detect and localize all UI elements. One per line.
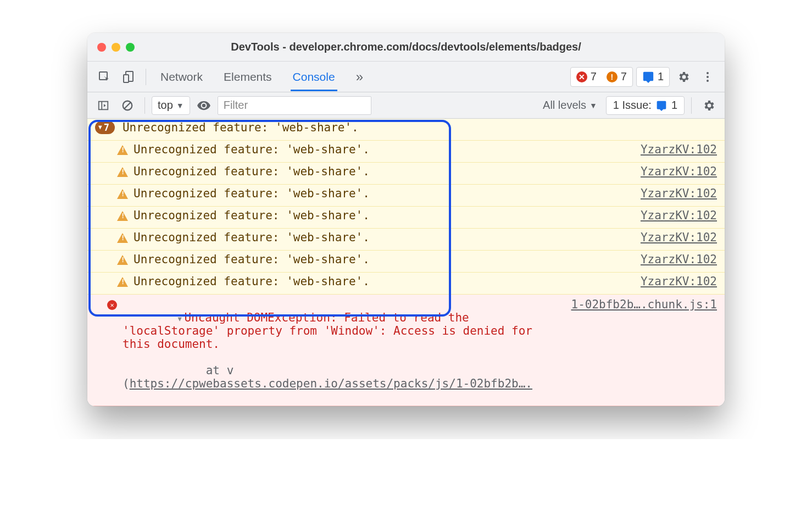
separator [146, 69, 146, 85]
inspect-element-icon[interactable] [94, 66, 115, 87]
separator [144, 97, 145, 114]
warning-row[interactable]: Unrecognized feature: 'web-share'.YzarzK… [87, 163, 725, 185]
devtools-window: DevTools - developer.chrome.com/docs/dev… [87, 33, 725, 406]
separator [691, 97, 692, 114]
titlebar: DevTools - developer.chrome.com/docs/dev… [87, 33, 725, 62]
group-count: 7 [104, 122, 109, 133]
close-window-button[interactable] [97, 43, 106, 52]
issues-box[interactable]: 1 Issue: 1 [606, 96, 685, 115]
window-title: DevTools - developer.chrome.com/docs/dev… [87, 41, 725, 53]
warning-row[interactable]: Unrecognized feature: 'web-share'.YzarzK… [87, 141, 725, 163]
context-value: top [158, 99, 173, 112]
device-toggle-icon[interactable] [118, 66, 139, 87]
warning-source-link[interactable]: YzarzKV:102 [641, 231, 717, 244]
group-count-badge: ▼ 7 [95, 121, 115, 134]
warning-row[interactable]: Unrecognized feature: 'web-share'.YzarzK… [87, 251, 725, 273]
settings-icon[interactable] [673, 66, 694, 87]
warning-source-link[interactable]: YzarzKV:102 [641, 275, 717, 288]
svg-rect-2 [124, 75, 129, 82]
issues-icon [656, 100, 667, 111]
chevron-down-icon: ▼ [589, 101, 597, 110]
warning-message: Unrecognized feature: 'web-share'. [134, 231, 630, 244]
live-expression-icon[interactable] [193, 95, 214, 116]
svg-point-4 [707, 76, 709, 78]
tab-network[interactable]: Network [158, 64, 205, 90]
issues-count: 1 [671, 99, 677, 112]
warning-row[interactable]: Unrecognized feature: 'web-share'.YzarzK… [87, 273, 725, 295]
warning-icon [117, 211, 128, 221]
error-count-icon: ✕ [576, 71, 587, 82]
console-output: ▼ 7 Unrecognized feature: 'web-share'. U… [87, 119, 725, 406]
warning-source-link[interactable]: YzarzKV:102 [641, 253, 717, 266]
issues-label: 1 Issue: [613, 99, 652, 112]
issues-count-top: 1 [658, 70, 664, 83]
issues-counter[interactable]: 1 [636, 67, 670, 87]
error-row[interactable]: ✕ ▶Uncaught DOMException: Failed to read… [87, 295, 725, 406]
warning-source-link[interactable]: YzarzKV:102 [641, 209, 717, 222]
warning-row[interactable]: Unrecognized feature: 'web-share'.YzarzK… [87, 207, 725, 229]
error-message: ▶Uncaught DOMException: Failed to read t… [123, 298, 560, 403]
warning-icon [117, 277, 128, 287]
context-selector[interactable]: top ▼ [152, 96, 190, 115]
warning-group-header[interactable]: ▼ 7 Unrecognized feature: 'web-share'. [87, 119, 725, 141]
warning-icon [117, 233, 128, 243]
warning-icon [117, 189, 128, 199]
console-toolbar: top ▼ Filter All levels ▼ 1 Issue: 1 [87, 92, 725, 119]
warning-message: Unrecognized feature: 'web-share'. [134, 143, 630, 156]
console-settings-icon[interactable] [698, 95, 719, 116]
warning-message: Unrecognized feature: 'web-share'. [134, 253, 630, 266]
traffic-lights [97, 43, 135, 52]
svg-rect-6 [99, 101, 108, 109]
chevron-down-icon: ▶ [176, 317, 184, 321]
sidebar-toggle-icon[interactable] [93, 95, 114, 116]
svg-point-3 [707, 72, 709, 74]
svg-point-5 [707, 80, 709, 82]
main-toolbar: Network Elements Console » ✕ 7 ! 7 1 [87, 62, 725, 92]
warning-message: Unrecognized feature: 'web-share'. [134, 275, 630, 288]
kebab-menu-icon[interactable] [697, 66, 718, 87]
warning-row[interactable]: Unrecognized feature: 'web-share'.YzarzK… [87, 229, 725, 251]
warning-icon [117, 167, 128, 177]
filter-placeholder: Filter [224, 99, 248, 112]
log-levels-selector[interactable]: All levels ▼ [537, 96, 603, 115]
group-message: Unrecognized feature: 'web-share'. [123, 121, 717, 134]
clear-console-icon[interactable] [117, 95, 138, 116]
error-count: 7 [591, 70, 597, 83]
error-source-link[interactable]: 1-02bfb2b….chunk.js:1 [571, 298, 717, 311]
error-icon: ✕ [107, 300, 117, 310]
issues-icon [642, 71, 654, 83]
tab-elements[interactable]: Elements [221, 64, 274, 90]
error-warning-counter[interactable]: ✕ 7 ! 7 [570, 67, 633, 87]
warning-message: Unrecognized feature: 'web-share'. [134, 209, 630, 222]
tab-more-icon[interactable]: » [354, 63, 365, 91]
warning-icon [117, 145, 128, 155]
warning-source-link[interactable]: YzarzKV:102 [641, 143, 717, 156]
warning-source-link[interactable]: YzarzKV:102 [641, 165, 717, 178]
warning-row[interactable]: Unrecognized feature: 'web-share'.YzarzK… [87, 185, 725, 207]
filter-input[interactable]: Filter [218, 96, 371, 115]
chevron-down-icon: ▼ [176, 101, 184, 110]
warning-count: 7 [621, 70, 627, 83]
warning-message: Unrecognized feature: 'web-share'. [134, 165, 630, 178]
levels-value: All levels [543, 99, 586, 112]
warning-icon [117, 255, 128, 265]
warning-source-link[interactable]: YzarzKV:102 [641, 187, 717, 200]
chevron-down-icon: ▼ [98, 124, 102, 131]
warning-count-icon: ! [607, 71, 618, 82]
svg-line-9 [125, 102, 131, 108]
tab-console[interactable]: Console [291, 64, 337, 90]
panel-tabs: Network Elements Console » [158, 63, 365, 91]
minimize-window-button[interactable] [112, 43, 120, 52]
warning-message: Unrecognized feature: 'web-share'. [134, 187, 630, 200]
maximize-window-button[interactable] [126, 43, 135, 52]
